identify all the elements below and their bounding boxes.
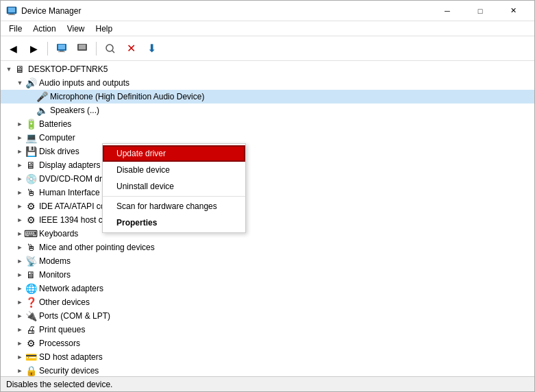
item-icon-computer: 💻	[25, 132, 36, 143]
tree-item-root[interactable]: ▼🖥DESKTOP-DFTNRK5	[1, 62, 534, 76]
tree-item-ieee[interactable]: ►⚙IEEE 1394 host controllers	[1, 213, 534, 227]
svg-rect-1	[8, 8, 15, 12]
update-button[interactable]: ⬇	[142, 39, 161, 58]
tree-item-other[interactable]: ►❓Other devices	[1, 295, 534, 309]
tree-item-sd[interactable]: ►💳SD host adapters	[1, 350, 534, 364]
menu-help[interactable]: Help	[90, 23, 119, 35]
expand-icon-monitors[interactable]: ►	[14, 269, 25, 280]
item-label-modems: Modems	[39, 256, 71, 266]
expand-icon-batteries[interactable]: ►	[14, 119, 25, 130]
item-icon-security: 🔒	[25, 365, 36, 376]
forward-button[interactable]: ▶	[24, 39, 43, 58]
svg-rect-7	[58, 51, 65, 52]
item-label-ports: Ports (COM & LPT)	[39, 311, 110, 321]
expand-icon-root[interactable]: ▼	[3, 64, 14, 75]
tree-item-computer[interactable]: ►💻Computer	[1, 131, 534, 145]
tree-item-print[interactable]: ►🖨Print queues	[1, 323, 534, 336]
back-button[interactable]: ◀	[3, 39, 23, 58]
menu-action[interactable]: Action	[27, 23, 61, 35]
item-icon-disk: 💾	[25, 146, 36, 157]
maximize-button[interactable]: □	[464, 1, 496, 21]
expand-icon-security[interactable]: ►	[14, 365, 25, 376]
minimize-button[interactable]: ─	[432, 1, 463, 21]
context-menu-item-scan-hardware[interactable]: Scan for hardware changes	[103, 198, 245, 215]
tree-item-human[interactable]: ►🖱Human Interface Devices	[1, 186, 534, 199]
tree-item-speaker[interactable]: 🔈Speakers (...)	[1, 103, 534, 117]
tree-item-mic[interactable]: 🎤Microphone (High Definition Audio Devic…	[1, 90, 534, 103]
status-bar: Disables the selected device.	[1, 376, 534, 391]
expand-icon-print[interactable]: ►	[14, 324, 25, 335]
expand-icon-proc[interactable]: ►	[14, 338, 25, 349]
tree-item-display[interactable]: ►🖥Display adapters	[1, 158, 534, 172]
expand-icon-computer[interactable]: ►	[14, 132, 25, 143]
item-icon-other: ❓	[25, 297, 36, 308]
item-label-monitors: Monitors	[39, 270, 71, 280]
item-label-print: Print queues	[39, 325, 85, 334]
svg-rect-5	[58, 45, 65, 49]
item-label-network: Network adapters	[39, 284, 103, 293]
expand-icon-network[interactable]: ►	[14, 283, 25, 294]
expand-icon-mic[interactable]	[25, 91, 36, 102]
expand-icon-display[interactable]: ►	[14, 160, 25, 171]
status-text: Disables the selected device.	[6, 380, 112, 389]
item-label-mic: Microphone (High Definition Audio Device…	[50, 92, 204, 101]
tree-item-monitors[interactable]: ►🖥Monitors	[1, 268, 534, 282]
tree-item-proc[interactable]: ►⚙Processors	[1, 336, 534, 350]
context-menu-item-properties[interactable]: Properties	[103, 215, 245, 231]
item-label-keyboard: Keyboards	[39, 229, 78, 238]
remove-button[interactable]: ✕	[121, 39, 140, 58]
item-icon-root: 🖥	[14, 64, 25, 75]
item-icon-sd: 💳	[25, 352, 36, 363]
context-menu-item-uninstall-device[interactable]: Uninstall device	[103, 178, 245, 195]
tree-item-keyboard[interactable]: ►⌨Keyboards	[1, 227, 534, 241]
context-menu-item-update-driver[interactable]: Update driver	[103, 145, 245, 162]
tree-item-ports[interactable]: ►🔌Ports (COM & LPT)	[1, 309, 534, 323]
tree-item-security[interactable]: ►🔒Security devices	[1, 364, 534, 376]
expand-icon-human[interactable]: ►	[14, 187, 25, 198]
expand-icon-disk[interactable]: ►	[14, 146, 25, 157]
expand-icon-ports[interactable]: ►	[14, 310, 25, 321]
item-icon-speaker: 🔈	[36, 105, 47, 116]
item-label-computer: Computer	[39, 133, 75, 143]
item-icon-mic: 🎤	[36, 91, 47, 102]
tree-item-batteries[interactable]: ►🔋Batteries	[1, 117, 534, 131]
menu-file[interactable]: File	[3, 23, 27, 35]
toolbar: ◀ ▶ ✕ ⬇	[1, 36, 534, 61]
item-label-batteries: Batteries	[39, 119, 71, 129]
item-label-disk: Disk drives	[39, 147, 79, 156]
item-icon-ieee: ⚙	[25, 215, 36, 225]
item-label-security: Security devices	[39, 366, 99, 376]
tree-item-disk[interactable]: ►💾Disk drives	[1, 145, 534, 158]
context-menu-item-disable-device[interactable]: Disable device	[103, 162, 245, 178]
main-content: ▼🖥DESKTOP-DFTNRK5▼🔊Audio inputs and outp…	[1, 61, 534, 376]
expand-icon-ide[interactable]: ►	[14, 201, 25, 212]
menu-view[interactable]: View	[62, 23, 90, 35]
scan-button[interactable]	[101, 39, 120, 58]
expand-icon-ieee[interactable]: ►	[14, 215, 25, 225]
expand-icon-sd[interactable]: ►	[14, 352, 25, 363]
expand-icon-other[interactable]: ►	[14, 297, 25, 308]
tree-item-network[interactable]: ►🌐Network adapters	[1, 282, 534, 295]
tree-item-ide[interactable]: ►⚙IDE ATA/ATAPI controllers	[1, 199, 534, 213]
menu-bar: File Action View Help	[1, 21, 534, 36]
item-icon-display: 🖥	[25, 160, 36, 171]
item-icon-ports: 🔌	[25, 310, 36, 321]
properties-button[interactable]	[52, 39, 71, 58]
item-icon-print: 🖨	[25, 324, 36, 335]
device-manager-button[interactable]	[73, 39, 92, 58]
svg-rect-3	[8, 14, 15, 15]
expand-icon-dvd[interactable]: ►	[14, 173, 25, 184]
expand-icon-audio[interactable]: ▼	[14, 77, 25, 88]
tree-item-mice[interactable]: ►🖱Mice and other pointing devices	[1, 241, 534, 254]
expand-icon-mice[interactable]: ►	[14, 242, 25, 253]
expand-icon-speaker[interactable]	[25, 105, 36, 116]
tree-view[interactable]: ▼🖥DESKTOP-DFTNRK5▼🔊Audio inputs and outp…	[1, 61, 534, 376]
tree-item-dvd[interactable]: ►💿DVD/CD-ROM drives	[1, 172, 534, 186]
expand-icon-modems[interactable]: ►	[14, 256, 25, 267]
item-label-sd: SD host adapters	[39, 352, 103, 362]
svg-point-10	[106, 45, 113, 51]
device-manager-window: Device Manager ─ □ ✕ File Action View He…	[0, 0, 535, 392]
tree-item-audio[interactable]: ▼🔊Audio inputs and outputs	[1, 76, 534, 90]
tree-item-modems[interactable]: ►📡Modems	[1, 254, 534, 268]
close-button[interactable]: ✕	[497, 1, 529, 21]
